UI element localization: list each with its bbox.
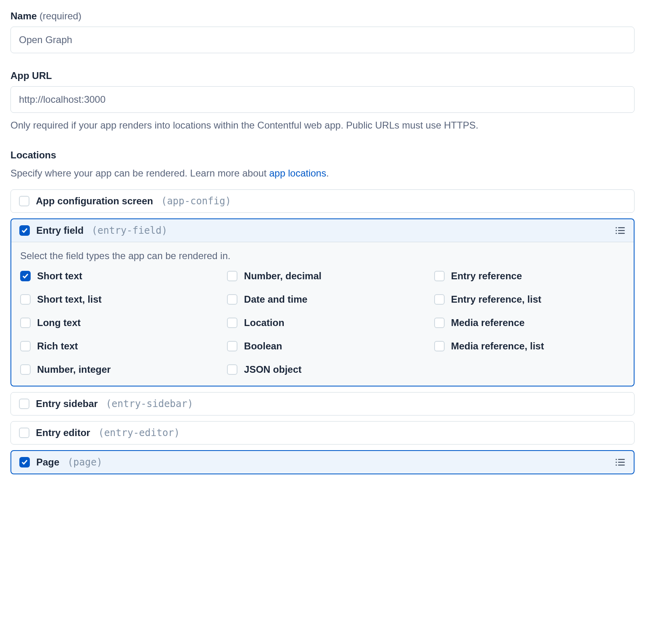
field-type-checkbox[interactable] <box>227 294 237 305</box>
location-label: App configuration screen <box>36 195 153 207</box>
field-option[interactable]: Short text <box>20 270 211 282</box>
svg-point-4 <box>616 233 617 234</box>
field-type-checkbox[interactable] <box>434 294 445 305</box>
field-type-checkbox[interactable] <box>20 318 31 328</box>
list-icon <box>614 457 626 468</box>
field-type-label: Number, integer <box>37 364 111 375</box>
field-type-checkbox[interactable] <box>20 294 31 305</box>
svg-point-2 <box>616 230 617 231</box>
location-id: (entry-sidebar) <box>106 398 193 409</box>
field-option[interactable]: Entry reference, list <box>434 294 625 305</box>
check-icon <box>21 227 28 234</box>
location-head[interactable]: Entry editor (entry-editor) <box>11 422 634 444</box>
app-url-label: App URL <box>10 70 635 81</box>
field-type-checkbox[interactable] <box>227 341 237 351</box>
field-type-label: Media reference <box>451 317 525 328</box>
field-option[interactable]: Media reference, list <box>434 341 625 352</box>
field-option[interactable]: Entry reference <box>434 270 625 282</box>
field-option[interactable]: Number, decimal <box>227 270 418 282</box>
svg-point-6 <box>616 459 617 460</box>
location-checkbox-entry-sidebar[interactable] <box>19 399 29 409</box>
location-id: (entry-field) <box>92 225 167 236</box>
field-type-checkbox[interactable] <box>434 341 445 351</box>
check-icon <box>21 459 28 465</box>
name-required-hint: (required) <box>40 10 81 21</box>
location-card-page: Page (page) <box>10 450 635 474</box>
field-option[interactable]: Location <box>227 317 418 328</box>
field-type-label: Entry reference <box>451 270 522 282</box>
name-label-text: Name <box>10 10 37 21</box>
locations-help-suffix: . <box>326 168 329 179</box>
field-type-checkbox[interactable] <box>227 318 237 328</box>
field-type-label: JSON object <box>244 364 302 375</box>
field-type-checkbox[interactable] <box>434 271 445 281</box>
field-option[interactable]: Number, integer <box>20 364 211 375</box>
location-head[interactable]: Page (page) <box>11 451 634 474</box>
svg-point-0 <box>616 227 617 228</box>
svg-point-10 <box>616 464 617 465</box>
field-option[interactable]: JSON object <box>227 364 418 375</box>
location-checkbox-entry-editor[interactable] <box>19 428 29 438</box>
field-type-label: Boolean <box>244 341 282 352</box>
field-option[interactable]: Media reference <box>434 317 625 328</box>
field-types-grid: Short text Number, decimal Entry referen… <box>20 270 625 375</box>
location-head[interactable]: App configuration screen (app-config) <box>11 190 634 212</box>
location-id: (page) <box>67 457 102 468</box>
field-type-checkbox[interactable] <box>20 364 31 375</box>
field-type-checkbox[interactable] <box>20 341 31 351</box>
location-card-entry-field: Entry field (entry-field) Select the fie… <box>10 218 635 386</box>
app-url-field-group: App URL Only required if your app render… <box>10 70 635 133</box>
field-type-label: Short text <box>37 270 82 282</box>
field-type-label: Media reference, list <box>451 341 544 352</box>
list-icon <box>614 225 626 236</box>
field-option[interactable]: Short text, list <box>20 294 211 305</box>
location-id: (app-config) <box>161 195 231 207</box>
location-head[interactable]: Entry sidebar (entry-sidebar) <box>11 393 634 415</box>
field-option[interactable]: Boolean <box>227 341 418 352</box>
field-type-label: Long text <box>37 317 81 328</box>
field-type-label: Location <box>244 317 284 328</box>
locations-help: Specify where your app can be rendered. … <box>10 166 635 181</box>
location-card-entry-sidebar: Entry sidebar (entry-sidebar) <box>10 392 635 415</box>
location-label: Entry editor <box>36 427 90 438</box>
location-label: Entry field <box>36 225 83 236</box>
svg-point-8 <box>616 461 617 463</box>
field-option[interactable]: Long text <box>20 317 211 328</box>
name-field-group: Name (required) <box>10 10 635 53</box>
name-label: Name (required) <box>10 10 635 22</box>
location-card-entry-editor: Entry editor (entry-editor) <box>10 421 635 445</box>
location-head[interactable]: Entry field (entry-field) <box>11 219 634 242</box>
location-id: (entry-editor) <box>98 427 180 438</box>
location-checkbox-page[interactable] <box>19 457 30 467</box>
field-types-help: Select the field types the app can be re… <box>20 250 625 262</box>
app-locations-link[interactable]: app locations <box>269 168 326 179</box>
location-checkbox-app-config[interactable] <box>19 196 29 206</box>
check-icon <box>22 273 29 279</box>
field-types-panel: Select the field types the app can be re… <box>11 242 634 386</box>
location-label: Entry sidebar <box>36 398 98 409</box>
field-type-label: Date and time <box>244 294 307 305</box>
location-checkbox-entry-field[interactable] <box>19 225 30 236</box>
field-option[interactable]: Date and time <box>227 294 418 305</box>
field-type-label: Number, decimal <box>244 270 321 282</box>
field-type-label: Rich text <box>37 341 78 352</box>
field-type-label: Entry reference, list <box>451 294 541 305</box>
field-option[interactable]: Rich text <box>20 341 211 352</box>
name-input[interactable] <box>10 27 635 53</box>
location-card-app-config: App configuration screen (app-config) <box>10 189 635 213</box>
locations-help-prefix: Specify where your app can be rendered. … <box>10 168 269 179</box>
locations-section: Locations Specify where your app can be … <box>10 150 635 474</box>
app-url-help: Only required if your app renders into l… <box>10 118 635 133</box>
field-type-checkbox[interactable] <box>434 318 445 328</box>
locations-heading: Locations <box>10 150 635 161</box>
field-type-checkbox[interactable] <box>20 271 31 281</box>
app-url-input[interactable] <box>10 86 635 113</box>
field-type-checkbox[interactable] <box>227 364 237 375</box>
location-label: Page <box>36 457 59 468</box>
field-type-checkbox[interactable] <box>227 271 237 281</box>
field-type-label: Short text, list <box>37 294 102 305</box>
